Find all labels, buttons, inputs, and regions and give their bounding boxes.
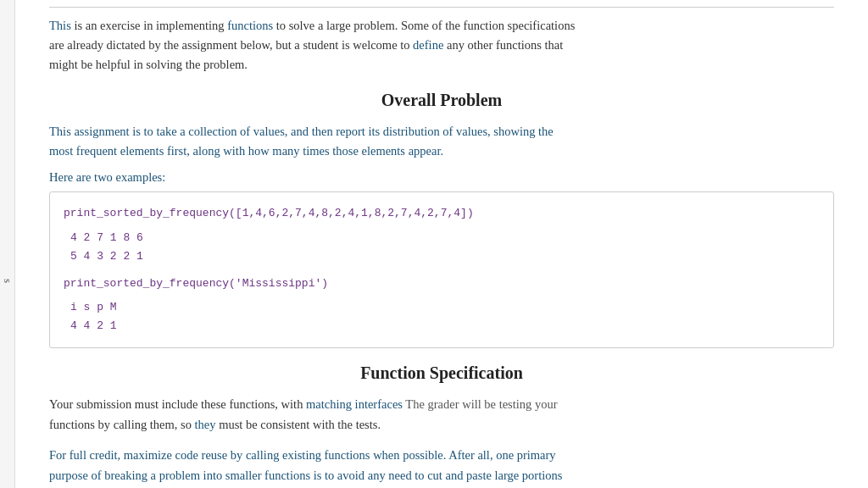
intro-text2: is an exercise in implementing	[71, 19, 227, 32]
code-line-func2: print_sorted_by_frequency('Mississippi')	[64, 274, 820, 293]
intro-this: This	[49, 19, 71, 32]
code-output-4: 4 4 2 1	[64, 317, 820, 336]
para1-this: This	[49, 125, 71, 138]
intro-line2: are already dictated by the assignment b…	[49, 38, 413, 52]
credit-line1-part2: possible. After all, one primary	[400, 448, 556, 462]
main-content: This is an exercise in implementing func…	[15, 0, 868, 488]
para1-distribution: distribution	[383, 125, 440, 138]
intro-line2b: any other functions that	[443, 38, 563, 52]
intro-paragraph: This is an exercise in implementing func…	[49, 16, 834, 75]
spec-intro: Your submission must include these funct…	[49, 397, 306, 411]
para1-part2: assignment is to take a collection of va…	[71, 125, 383, 138]
func-call-2: print_sorted_by_frequency('Mississippi')	[64, 277, 328, 290]
intro-text4: to solve a large problem. Some of the fu…	[273, 19, 575, 32]
spec-they: they	[195, 418, 216, 431]
intro-line3: might be helpful in solving the problem.	[49, 58, 248, 71]
code-output-3: i s p M	[64, 298, 820, 317]
output-row1-1: 4 2 7 1 8 6	[70, 231, 143, 244]
assignment-paragraph: This assignment is to take a collection …	[49, 122, 834, 163]
para1-line2: most frequent elements first, along with…	[49, 144, 443, 158]
code-line-func1: print_sorted_by_frequency([1,4,6,2,7,4,8…	[64, 204, 820, 223]
sidebar-letter: s	[1, 279, 14, 283]
output-row1-2: i s p M	[70, 301, 117, 313]
credit-line1-part1: For full credit, maximize code reuse by …	[49, 448, 373, 462]
spec-matching: matching interfaces	[306, 397, 403, 411]
examples-label: Here are two examples:	[49, 170, 834, 185]
spec-line2-part2: must be consistent with the tests.	[216, 418, 381, 431]
output-row2-1: 5 4 3 2 2 1	[70, 250, 143, 263]
overall-problem-title: Overall Problem	[49, 91, 834, 110]
credit-when: when	[373, 448, 399, 462]
spec-line2-part1: functions by calling them, so	[49, 418, 195, 431]
code-output-2: 5 4 3 2 2 1	[64, 247, 820, 266]
intro-functions: functions	[227, 19, 273, 32]
intro-define: define	[413, 38, 443, 52]
code-example-block: print_sorted_by_frequency([1,4,6,2,7,4,8…	[49, 191, 834, 348]
para1-part3: of values, showing the	[440, 125, 554, 138]
spec-grader: The grader will be testing your	[403, 397, 558, 411]
func-call-1: print_sorted_by_frequency([1,4,6,2,7,4,8…	[64, 207, 474, 219]
credit-paragraph: For full credit, maximize code reuse by …	[49, 446, 834, 488]
top-divider	[49, 7, 834, 8]
page-container: s This is an exercise in implementing fu…	[0, 0, 868, 488]
output-row2-2: 4 4 2 1	[70, 319, 117, 332]
left-sidebar: s	[0, 0, 15, 488]
credit-line2: purpose of breaking a problem into small…	[49, 469, 562, 482]
spec-paragraph: Your submission must include these funct…	[49, 395, 834, 435]
code-output-1: 4 2 7 1 8 6	[64, 229, 820, 247]
function-spec-title: Function Specification	[49, 363, 834, 383]
